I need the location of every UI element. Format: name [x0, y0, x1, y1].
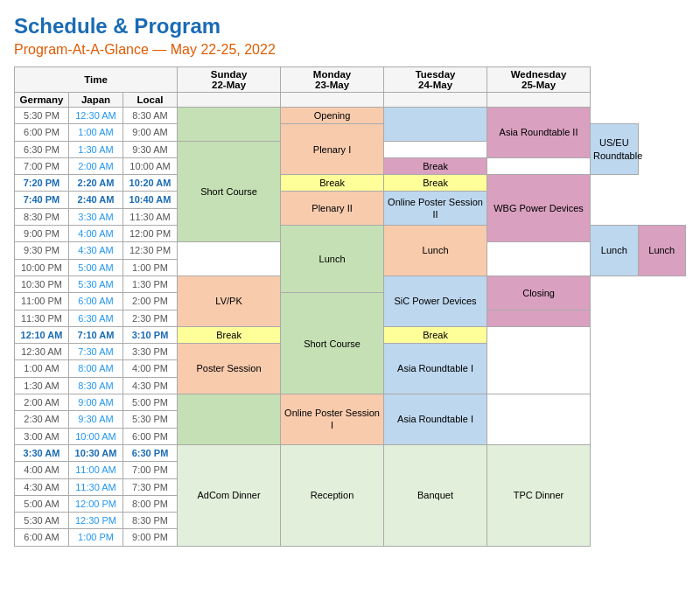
closing-cell: Closing	[487, 276, 591, 310]
local-header: Local	[123, 93, 178, 108]
tpc-dinner-cell: TPC Dinner	[487, 444, 591, 546]
online-poster1-cell: Online Poster Session I	[281, 394, 384, 445]
lunch-wed-cell: Lunch	[638, 226, 685, 276]
asia-roundtable-mon-cell: Asia Roundtable I	[384, 394, 487, 445]
opening-cell: Opening	[281, 108, 384, 124]
asia-roundtable2-cell: Asia Roundtable II	[487, 108, 591, 158]
short-course-2-cell: Short Course	[281, 293, 384, 394]
break-mon-2: Break	[178, 326, 281, 343]
page-title: Schedule & Program	[14, 14, 686, 38]
plenary2-cell: Plenary II	[281, 192, 384, 226]
time-japan-1: 12:30 AM	[69, 108, 123, 124]
break-tue-2: Break	[384, 326, 487, 343]
poster-session-cell: Poster Session	[178, 344, 281, 394]
schedule-table: Time Sunday22-May Monday23-May Tuesday24…	[14, 66, 686, 547]
sic-power-cell: SiC Power Devices	[384, 276, 487, 326]
sunday-header: Sunday22-May	[178, 67, 281, 93]
monday-header: Monday23-May	[281, 67, 384, 93]
time-germany-1: 5:30 PM	[15, 108, 69, 124]
japan-header: Japan	[69, 93, 123, 108]
break-mon-1: Break	[281, 175, 384, 192]
reception-cell: Reception	[281, 444, 384, 546]
lunch-mon-cell: Lunch	[384, 226, 487, 276]
short-course-1-cell: Short Course	[178, 141, 281, 242]
page-subtitle: Program-At-A-Glance — May 22-25, 2022	[14, 42, 686, 58]
online-poster2-cell: Online Poster Session II	[384, 192, 487, 226]
germany-header: Germany	[15, 93, 69, 108]
plenary1-cell: Plenary I	[281, 124, 384, 175]
lunch-sun-cell: Lunch	[281, 226, 384, 293]
time-local-1: 8:30 AM	[123, 108, 178, 124]
tuesday-header: Tuesday24-May	[384, 67, 487, 93]
lunch-tue-cell: Lunch	[591, 226, 638, 276]
lv-pk-cell: LV/PK	[178, 276, 281, 326]
wednesday-header: Wednesday25-May	[487, 67, 591, 93]
us-eu-roundtable-cell: US/EU Roundtable	[591, 124, 638, 175]
break-wed-1: Break	[384, 157, 487, 174]
asia-roundtable1-cell: Asia Roundtable I	[384, 344, 487, 394]
adcom-dinner-cell: AdCom Dinner	[178, 444, 281, 546]
banquet-cell: Banquet	[384, 444, 487, 546]
wbg-power-cell: WBG Power Devices	[487, 175, 591, 242]
time-header: Time	[15, 67, 178, 93]
break-tue-1: Break	[384, 175, 487, 192]
